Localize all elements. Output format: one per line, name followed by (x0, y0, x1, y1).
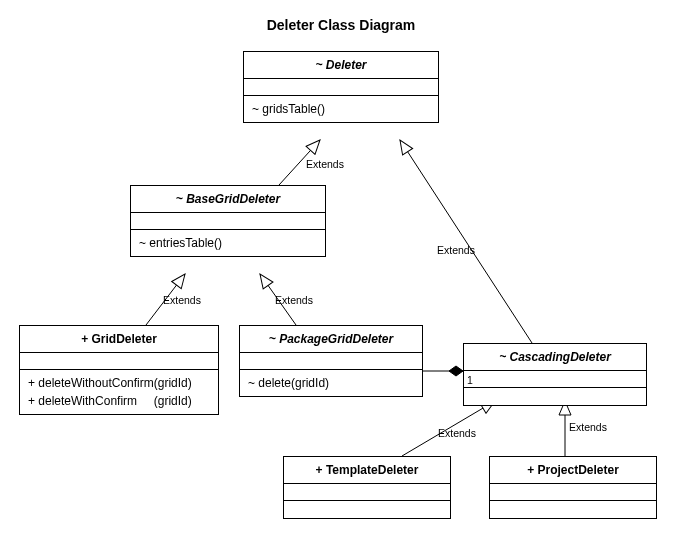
class-name: ~ PackageGridDeleter (240, 326, 422, 353)
class-name: ~ BaseGridDeleter (131, 186, 325, 213)
class-ops (490, 501, 656, 518)
class-name: ~ Deleter (244, 52, 438, 79)
class-cascading-deleter: ~ CascadingDeleter (463, 343, 647, 406)
class-attrs (464, 371, 646, 388)
class-base-grid-deleter: ~ BaseGridDeleter ~ entriesTable() (130, 185, 326, 257)
class-attrs (240, 353, 422, 370)
class-name: + ProjectDeleter (490, 457, 656, 484)
edge-label-extends: Extends (437, 244, 475, 256)
class-package-grid-deleter: ~ PackageGridDeleter ~ delete(gridId) (239, 325, 423, 397)
op: ~ gridsTable() (252, 100, 430, 118)
class-attrs (284, 484, 450, 501)
class-project-deleter: + ProjectDeleter (489, 456, 657, 519)
op-sig: + deleteWithConfirm (28, 392, 154, 410)
class-ops: ~ gridsTable() (244, 96, 438, 122)
class-attrs (20, 353, 218, 370)
class-ops (464, 388, 646, 405)
diagram-title-text: Deleter Class Diagram (267, 17, 416, 33)
class-name: + GridDeleter (20, 326, 218, 353)
svg-line-1 (400, 140, 532, 343)
edge-label-extends: Extends (306, 158, 344, 170)
class-template-deleter: + TemplateDeleter (283, 456, 451, 519)
class-ops (284, 501, 450, 518)
op: ~ entriesTable() (139, 234, 317, 252)
op-args: (gridId) (154, 392, 192, 410)
op: ~ delete(gridId) (248, 374, 414, 392)
class-deleter: ~ Deleter ~ gridsTable() (243, 51, 439, 123)
edge-label-extends: Extends (569, 421, 607, 433)
class-attrs (244, 79, 438, 96)
edge-label-extends: Extends (438, 427, 476, 439)
class-attrs (131, 213, 325, 230)
class-grid-deleter: + GridDeleter + deleteWithoutConfirm(gri… (19, 325, 219, 415)
class-name: + TemplateDeleter (284, 457, 450, 484)
diagram-title: Deleter Class Diagram (0, 17, 682, 33)
op-sig: + deleteWithoutConfirm (28, 374, 154, 392)
edge-label-extends: Extends (163, 294, 201, 306)
class-ops: ~ delete(gridId) (240, 370, 422, 396)
class-ops: + deleteWithoutConfirm(gridId) + deleteW… (20, 370, 218, 414)
class-name: ~ CascadingDeleter (464, 344, 646, 371)
class-ops: ~ entriesTable() (131, 230, 325, 256)
op-args: (gridId) (154, 374, 192, 392)
edge-label-extends: Extends (275, 294, 313, 306)
multiplicity-label: 1 (467, 374, 473, 386)
class-attrs (490, 484, 656, 501)
